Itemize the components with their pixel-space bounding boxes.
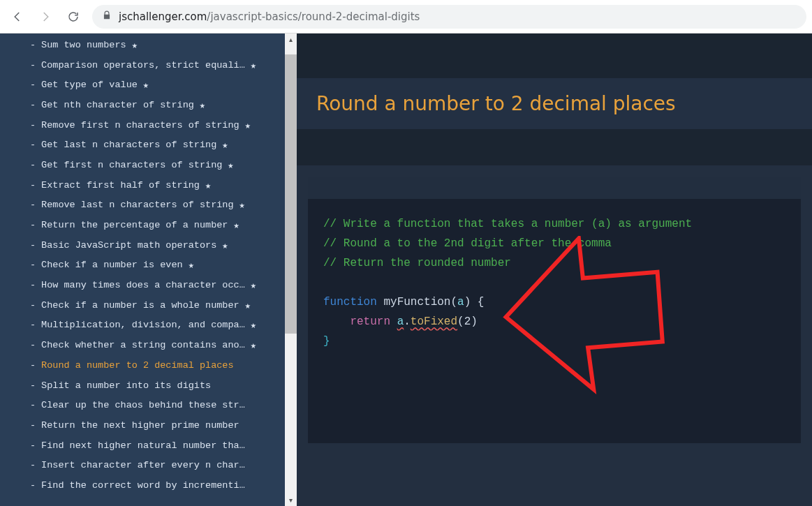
arrow-left-icon xyxy=(11,10,24,23)
sidebar-item[interactable]: -Return the percentage of a number★ xyxy=(0,215,297,235)
spacer-top xyxy=(297,34,812,78)
challenge-title-bar: Round a number to 2 decimal places xyxy=(297,78,812,129)
sidebar-item[interactable]: -Clear up the chaos behind these strin… xyxy=(0,395,297,415)
star-icon: ★ xyxy=(233,219,239,231)
sidebar-item-label: Get first n characters of string xyxy=(41,160,222,170)
sidebar-item-label: Sum two numbers xyxy=(41,40,126,50)
kw-return: return xyxy=(350,315,390,328)
sidebar-item[interactable]: -Check if a number is even★ xyxy=(0,255,297,276)
dot: . xyxy=(404,315,411,328)
code-editor[interactable]: // Write a function that takes a number … xyxy=(308,199,801,443)
sidebar-item-label: Check if a number is a whole number xyxy=(41,300,239,311)
sidebar-item-dash: - xyxy=(30,260,36,270)
sidebar-item[interactable]: -Get type of value★ xyxy=(0,75,297,95)
sidebar-item[interactable]: -Find the correct word by incrementing… xyxy=(0,475,297,496)
sidebar-item[interactable]: -Get last n characters of string★ xyxy=(0,135,297,155)
fn-name: myFunction xyxy=(383,296,450,308)
star-icon: ★ xyxy=(251,319,256,331)
editor-panel: // Write a function that takes a number … xyxy=(297,165,812,506)
star-icon: ★ xyxy=(251,339,256,351)
sidebar-item-label: Get last n characters of string xyxy=(41,140,216,150)
address-bar[interactable]: jschallenger.com/javascript-basics/round… xyxy=(92,5,806,29)
sidebar-item-dash: - xyxy=(30,160,36,170)
sidebar-item[interactable]: -Remove last n characters of string★ xyxy=(0,195,297,216)
sidebar-scrollbar-track[interactable]: ▴ ▾ xyxy=(285,34,297,506)
call-close: ) xyxy=(471,315,478,328)
sidebar-item-label: Split a number into its digits xyxy=(41,380,211,391)
sidebar-item-label: Check if a number is even xyxy=(41,260,183,270)
sidebar-item[interactable]: -Multiplication, division, and compa…★ xyxy=(0,315,297,336)
spacer-mid xyxy=(297,129,812,165)
sidebar-item-label: Get nth character of string xyxy=(41,100,194,110)
url-path: /javascript-basics/round-2-decimal-digit… xyxy=(207,10,420,23)
arg-2: 2 xyxy=(464,315,471,328)
sidebar-item[interactable]: -Round a number to 2 decimal places xyxy=(0,355,297,375)
star-icon: ★ xyxy=(245,119,251,131)
sidebar-item-dash: - xyxy=(30,440,36,451)
star-icon: ★ xyxy=(200,99,205,111)
sidebar-item[interactable]: -Get nth character of string★ xyxy=(0,95,297,115)
star-icon: ★ xyxy=(239,199,245,211)
star-icon: ★ xyxy=(245,299,251,311)
back-button[interactable] xyxy=(6,5,29,29)
lock-icon xyxy=(102,10,112,23)
star-icon: ★ xyxy=(228,159,233,171)
challenge-title: Round a number to 2 decimal places xyxy=(316,92,792,115)
sidebar-item[interactable]: -Split a number into its digits xyxy=(0,375,297,396)
star-icon: ★ xyxy=(251,59,256,71)
sidebar-item[interactable]: -Basic JavaScript math operators★ xyxy=(0,235,297,255)
workspace: -Sum two numbers★-Comparison operators, … xyxy=(0,34,812,506)
sidebar-item-label: Return the next higher prime number xyxy=(41,420,239,431)
scroll-up-icon[interactable]: ▴ xyxy=(285,34,297,45)
star-icon: ★ xyxy=(222,239,228,251)
sidebar-item-label: Comparison operators, strict equali… xyxy=(41,60,245,70)
sidebar-item[interactable]: -Sum two numbers★ xyxy=(0,35,297,55)
reload-icon xyxy=(67,10,80,23)
sidebar-item-dash: - xyxy=(30,200,36,210)
paren-open: ( xyxy=(450,296,457,308)
sidebar-item[interactable]: -Insert character after every n charac… xyxy=(0,455,297,475)
sidebar-item-dash: - xyxy=(30,340,36,350)
sidebar-item-label: Get type of value xyxy=(41,80,138,90)
call-open: ( xyxy=(457,315,464,328)
sidebar-item-dash: - xyxy=(30,420,36,431)
sidebar-item-dash: - xyxy=(30,140,36,150)
sidebar-scrollbar-thumb[interactable] xyxy=(285,54,297,334)
sidebar-item-label: Return the percentage of a number xyxy=(41,220,228,230)
sidebar-item-label: Multiplication, division, and compa… xyxy=(41,320,245,330)
sidebar-item-dash: - xyxy=(30,220,36,230)
sidebar-item-label: Find the correct word by incrementing… xyxy=(41,480,247,491)
sidebar-item-dash: - xyxy=(30,80,36,90)
sidebar-item-label: Insert character after every n charac… xyxy=(41,460,247,470)
star-icon: ★ xyxy=(143,79,149,91)
scroll-down-icon[interactable]: ▾ xyxy=(285,494,297,506)
sidebar-item[interactable]: -Check whether a string contains ano…★ xyxy=(0,335,297,355)
sidebar-item-label: Check whether a string contains ano… xyxy=(41,340,245,350)
sidebar-item[interactable]: -Return the next higher prime number xyxy=(0,415,297,436)
star-icon: ★ xyxy=(222,139,228,151)
forward-button[interactable] xyxy=(34,5,57,29)
sidebar-item-dash: - xyxy=(30,460,36,470)
sidebar-item[interactable]: -Get first n characters of string★ xyxy=(0,155,297,175)
sidebar-item[interactable]: -Remove first n characters of string★ xyxy=(0,115,297,135)
sidebar-item[interactable]: -Extract first half of string★ xyxy=(0,175,297,195)
sidebar-item-label: How many times does a character occ… xyxy=(41,280,245,290)
code-comment-1: // Write a function that takes a number … xyxy=(323,218,692,230)
sidebar-item-dash: - xyxy=(30,60,36,70)
sidebar-item-dash: - xyxy=(30,400,36,410)
kw-function: function xyxy=(323,296,377,308)
sidebar-item[interactable]: -Comparison operators, strict equali…★ xyxy=(0,55,297,75)
panel-tabs[interactable] xyxy=(308,177,801,199)
sidebar-item-dash: - xyxy=(30,300,36,311)
reload-button[interactable] xyxy=(61,5,85,29)
nav-buttons xyxy=(6,5,85,29)
sidebar-item[interactable]: -Find next higher natural number that … xyxy=(0,436,297,456)
url-domain: jschallenger.com xyxy=(119,10,207,23)
sidebar-item-dash: - xyxy=(30,480,36,491)
sidebar-item-label: Round a number to 2 decimal places xyxy=(41,360,233,371)
sidebar-item[interactable]: -Check if a number is a whole number★ xyxy=(0,295,297,315)
sidebar-item-label: Remove first n characters of string xyxy=(41,120,239,131)
sidebar-item-label: Clear up the chaos behind these strin… xyxy=(41,400,247,410)
sidebar-item-dash: - xyxy=(30,40,36,50)
sidebar-item[interactable]: -How many times does a character occ…★ xyxy=(0,275,297,295)
